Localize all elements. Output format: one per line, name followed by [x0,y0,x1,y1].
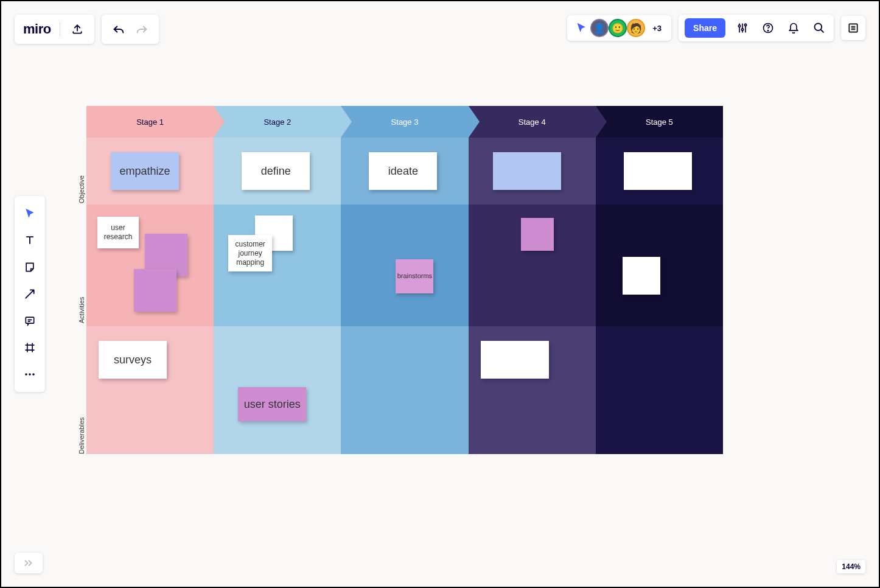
svg-point-8 [25,373,27,376]
stage-header[interactable]: Stage 4 [469,106,596,138]
avatar[interactable]: 👤 [590,19,609,37]
sticky-cjm[interactable]: customer journey mapping [228,235,272,271]
stage-header[interactable]: Stage 2 [214,106,341,138]
undo-redo-group [102,15,159,44]
more-tools[interactable] [18,363,41,386]
svg-point-5 [815,24,822,31]
notifications-icon[interactable] [785,19,802,37]
sticky-ideate[interactable]: ideate [369,152,437,190]
stage-grid: empathize define ideate user research cu… [86,138,723,454]
stage-header[interactable]: Stage 1 [86,106,214,138]
sticky-user-research[interactable]: user research [97,217,139,248]
board-header: miro [15,15,94,44]
svg-point-0 [738,25,740,27]
export-icon[interactable] [69,21,86,38]
share-button[interactable]: Share [685,18,725,38]
collaborators: 👤 🙂 🧑 +3 [567,15,671,41]
sticky-define[interactable]: define [242,152,310,190]
sticky-blank[interactable] [134,269,176,312]
help-icon[interactable] [760,19,777,37]
frame-tool[interactable] [18,336,41,359]
redo-icon[interactable] [133,21,150,38]
stage-header[interactable]: Stage 5 [596,106,723,138]
board-canvas[interactable]: Objective Activities Deliverables Stage … [86,106,723,454]
stages-header: Stage 1 Stage 2 Stage 3 Stage 4 Stage 5 [86,106,723,138]
row-label: Deliverables [78,417,85,454]
sticky-blank[interactable] [481,341,549,379]
sticky-surveys[interactable]: surveys [99,341,167,379]
overflow-collaborators[interactable]: +3 [649,21,665,35]
expand-panel-button[interactable] [15,553,43,573]
presentation-cursor-icon[interactable] [573,19,590,37]
svg-point-4 [767,30,768,31]
divider [60,21,60,37]
search-icon[interactable] [811,19,828,37]
sticky-blank[interactable] [521,218,554,251]
zoom-level[interactable]: 144% [837,560,865,573]
sticky-blank[interactable] [624,152,692,190]
settings-icon[interactable] [734,19,751,37]
stage-header[interactable]: Stage 3 [341,106,468,138]
sticky-note-tool[interactable] [18,256,41,279]
select-tool[interactable] [18,202,41,225]
avatar[interactable]: 🙂 [609,19,627,37]
sticky-empathize[interactable]: empathize [111,152,179,190]
svg-point-10 [32,373,35,376]
row-label: Objective [78,175,85,203]
activity-panel-button[interactable] [841,16,865,40]
sticky-user-stories[interactable]: user stories [238,387,306,421]
sticky-blank[interactable] [623,257,660,295]
arrow-tool[interactable] [18,282,41,306]
top-right-tools: Share [679,15,834,41]
row-label: Activities [78,297,85,323]
svg-rect-7 [26,317,33,323]
app-logo[interactable]: miro [23,21,51,37]
avatar[interactable]: 🧑 [627,19,645,37]
undo-icon[interactable] [110,21,127,38]
comment-tool[interactable] [18,309,41,332]
text-tool[interactable] [18,229,41,252]
svg-point-9 [29,373,31,376]
svg-point-2 [744,24,746,26]
row-labels: Objective Activities Deliverables [78,138,86,454]
sticky-brainstorms[interactable]: brainstorms [396,259,433,293]
sticky-blank[interactable] [493,152,561,190]
svg-point-1 [741,29,743,30]
left-toolbar [15,196,45,392]
